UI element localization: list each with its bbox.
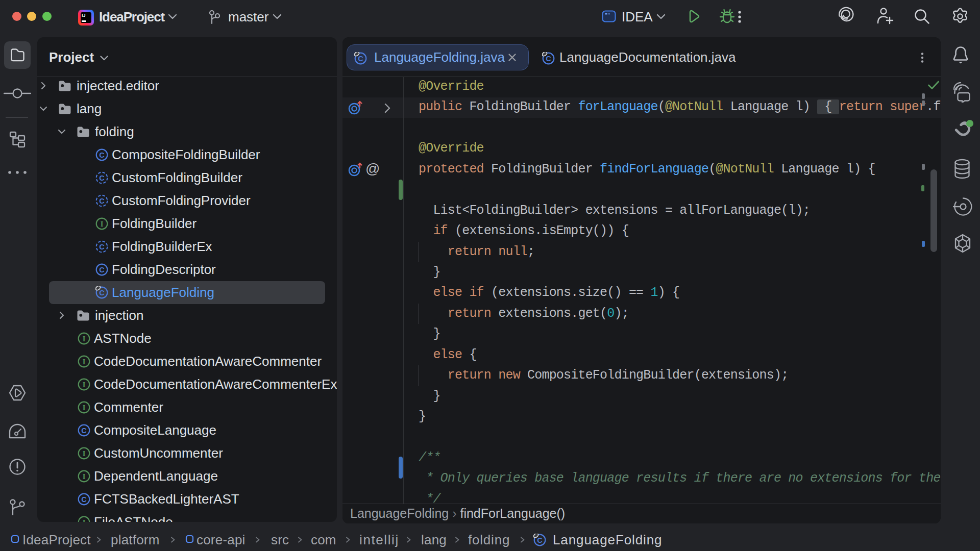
svg-text:C: C — [99, 265, 105, 273]
svg-text:C: C — [99, 242, 105, 251]
svg-text:C: C — [99, 196, 105, 205]
svg-text:C: C — [99, 151, 105, 159]
svg-text:C: C — [99, 288, 105, 296]
svg-text:I: I — [83, 380, 86, 388]
svg-text:I: I — [83, 357, 86, 365]
svg-text:C: C — [81, 426, 87, 434]
svg-text:C: C — [99, 173, 105, 182]
svg-text:C: C — [81, 495, 87, 503]
svg-text:C: C — [546, 54, 551, 62]
svg-text:I: I — [83, 334, 86, 342]
svg-text:C: C — [537, 536, 543, 544]
svg-text:I: I — [101, 219, 104, 228]
svg-text:I: I — [83, 472, 86, 480]
svg-text:I: I — [83, 449, 86, 457]
svg-text:I: I — [83, 518, 86, 522]
svg-text:C: C — [358, 54, 363, 62]
svg-text:I: I — [83, 403, 86, 411]
